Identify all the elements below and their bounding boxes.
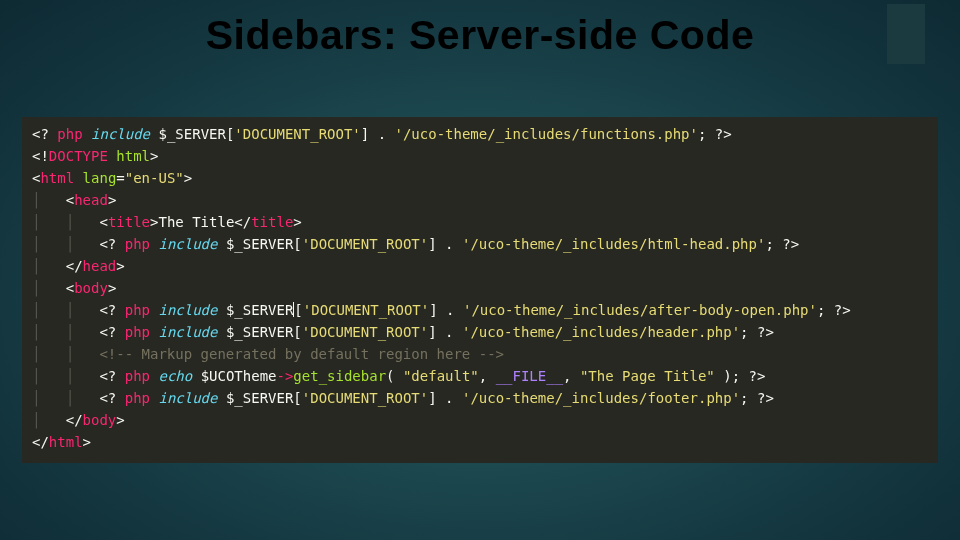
code-token: $_SERVER bbox=[226, 324, 293, 340]
code-token: ; ?> bbox=[740, 324, 774, 340]
code-token: 'DOCUMENT_ROOT' bbox=[302, 324, 428, 340]
indent-guide: │ │ bbox=[32, 214, 99, 230]
code-token: lang bbox=[83, 170, 117, 186]
code-token: '/uco-theme/_includes/footer.php' bbox=[462, 390, 740, 406]
code-token: ; ?> bbox=[765, 236, 799, 252]
code-token: ] . bbox=[428, 324, 462, 340]
indent-guide: │ bbox=[32, 280, 66, 296]
code-token: [ bbox=[294, 302, 302, 318]
code-line: │ │ <? php echo $UCOTheme->get_sidebar( … bbox=[32, 365, 928, 387]
code-line: │ │ <? php include $_SERVER['DOCUMENT_RO… bbox=[32, 233, 928, 255]
code-token: , bbox=[563, 368, 580, 384]
code-token bbox=[74, 170, 82, 186]
indent-guide: │ │ bbox=[32, 346, 99, 362]
code-line: <html lang="en-US"> bbox=[32, 167, 928, 189]
code-token: ; ?> bbox=[698, 126, 732, 142]
code-token: ] . bbox=[428, 236, 462, 252]
code-token: $_SERVER bbox=[226, 236, 293, 252]
indent-guide: │ │ bbox=[32, 302, 99, 318]
indent-guide: │ │ bbox=[32, 236, 99, 252]
code-token: </ bbox=[66, 412, 83, 428]
code-token: > bbox=[293, 214, 301, 230]
code-token: include bbox=[158, 390, 217, 406]
indent-guide: │ │ bbox=[32, 324, 99, 340]
indent-guide: │ │ bbox=[32, 390, 99, 406]
code-token bbox=[217, 324, 225, 340]
code-token: ] . bbox=[361, 126, 395, 142]
indent-guide: │ bbox=[32, 192, 66, 208]
code-token: 'DOCUMENT_ROOT' bbox=[234, 126, 360, 142]
code-token: > bbox=[108, 192, 116, 208]
code-token: body bbox=[83, 412, 117, 428]
indent-guide: │ │ bbox=[32, 368, 99, 384]
code-token: ; ?> bbox=[740, 390, 774, 406]
code-block: <? php include $_SERVER['DOCUMENT_ROOT']… bbox=[22, 117, 938, 463]
code-token: ); ?> bbox=[715, 368, 766, 384]
code-token: php bbox=[125, 368, 150, 384]
code-token: title bbox=[108, 214, 150, 230]
code-line: │ <body> bbox=[32, 277, 928, 299]
code-token: php bbox=[57, 126, 82, 142]
code-token: > bbox=[116, 258, 124, 274]
code-line: │ </body> bbox=[32, 409, 928, 431]
code-token: '/uco-theme/_includes/header.php' bbox=[462, 324, 740, 340]
code-line: │ </head> bbox=[32, 255, 928, 277]
slide: Sidebars: Server-side Code <? php includ… bbox=[0, 0, 960, 540]
code-token: > bbox=[184, 170, 192, 186]
code-token: '/uco-theme/_includes/after-body-open.ph… bbox=[463, 302, 817, 318]
code-token: < bbox=[99, 214, 107, 230]
code-token bbox=[192, 368, 200, 384]
code-line: <? php include $_SERVER['DOCUMENT_ROOT']… bbox=[32, 123, 928, 145]
code-token: ] . bbox=[429, 302, 463, 318]
code-token: '/uco-theme/_includes/functions.php' bbox=[395, 126, 698, 142]
code-token: <? bbox=[99, 390, 124, 406]
code-token: php bbox=[125, 302, 150, 318]
code-token: '/uco-theme/_includes/html-head.php' bbox=[462, 236, 765, 252]
code-token: > bbox=[116, 412, 124, 428]
code-token: > bbox=[150, 148, 158, 164]
code-token bbox=[217, 302, 225, 318]
indent-guide: │ bbox=[32, 412, 66, 428]
code-token: include bbox=[158, 236, 217, 252]
code-token: $_SERV bbox=[226, 302, 277, 318]
code-token: ; ?> bbox=[817, 302, 851, 318]
code-token: 'DOCUMENT_ROOT' bbox=[303, 302, 429, 318]
code-line: <!DOCTYPE html> bbox=[32, 145, 928, 167]
code-token: html bbox=[116, 148, 150, 164]
code-token: php bbox=[125, 324, 150, 340]
code-token: = bbox=[116, 170, 124, 186]
code-token: </ bbox=[234, 214, 251, 230]
code-token: > bbox=[108, 280, 116, 296]
code-token: $_SERVER bbox=[158, 126, 225, 142]
code-token: html bbox=[49, 434, 83, 450]
code-token: head bbox=[83, 258, 117, 274]
code-line: │ <head> bbox=[32, 189, 928, 211]
code-token: include bbox=[91, 126, 150, 142]
code-token: [ bbox=[293, 390, 301, 406]
indent-guide: │ bbox=[32, 258, 66, 274]
code-token: -> bbox=[276, 368, 293, 384]
code-line: │ │ <? php include $_SERVER['DOCUMENT_RO… bbox=[32, 387, 928, 409]
slide-title: Sidebars: Server-side Code bbox=[0, 12, 960, 59]
accent-block bbox=[887, 4, 925, 64]
code-token: "default" bbox=[403, 368, 479, 384]
code-token: 'DOCUMENT_ROOT' bbox=[302, 236, 428, 252]
code-token: DOCTYPE bbox=[49, 148, 108, 164]
code-line: │ │ <? php include $_SERVER['DOCUMENT_RO… bbox=[32, 299, 928, 321]
code-token: ] . bbox=[428, 390, 462, 406]
code-token: php bbox=[125, 236, 150, 252]
code-line: │ │ <? php include $_SERVER['DOCUMENT_RO… bbox=[32, 321, 928, 343]
code-token: echo bbox=[158, 368, 192, 384]
code-token: < bbox=[66, 280, 74, 296]
code-token: head bbox=[74, 192, 108, 208]
code-token: <? bbox=[32, 126, 57, 142]
code-token: > bbox=[83, 434, 91, 450]
code-token: <? bbox=[99, 302, 124, 318]
title-bar: Sidebars: Server-side Code bbox=[0, 4, 960, 66]
code-line: │ │ <!-- Markup generated by default reg… bbox=[32, 343, 928, 365]
code-token: ( bbox=[386, 368, 403, 384]
code-token: The Title bbox=[158, 214, 234, 230]
code-line: │ │ <title>The Title</title> bbox=[32, 211, 928, 233]
code-token: <!-- Markup generated by default region … bbox=[99, 346, 504, 362]
code-token bbox=[217, 236, 225, 252]
